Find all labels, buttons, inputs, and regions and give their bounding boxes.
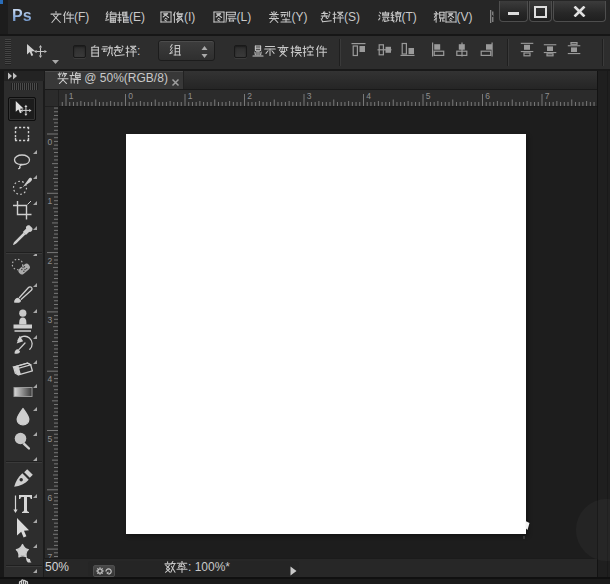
svg-text:4: 4 [48,374,53,384]
svg-text:5: 5 [426,90,431,100]
svg-text:5: 5 [48,433,53,443]
svg-text:0: 0 [48,137,53,147]
svg-text:6: 6 [48,492,53,502]
svg-text:2: 2 [247,90,252,100]
svg-text:3: 3 [48,314,53,324]
svg-text:2: 2 [48,255,53,265]
svg-text:7: 7 [545,90,550,100]
svg-text:1: 1 [188,90,193,100]
svg-text:3: 3 [307,90,312,100]
svg-text:0: 0 [128,90,133,100]
svg-text:6: 6 [485,90,490,100]
svg-text:1: 1 [69,90,74,100]
svg-text:4: 4 [366,90,371,100]
svg-text:1: 1 [48,196,53,206]
